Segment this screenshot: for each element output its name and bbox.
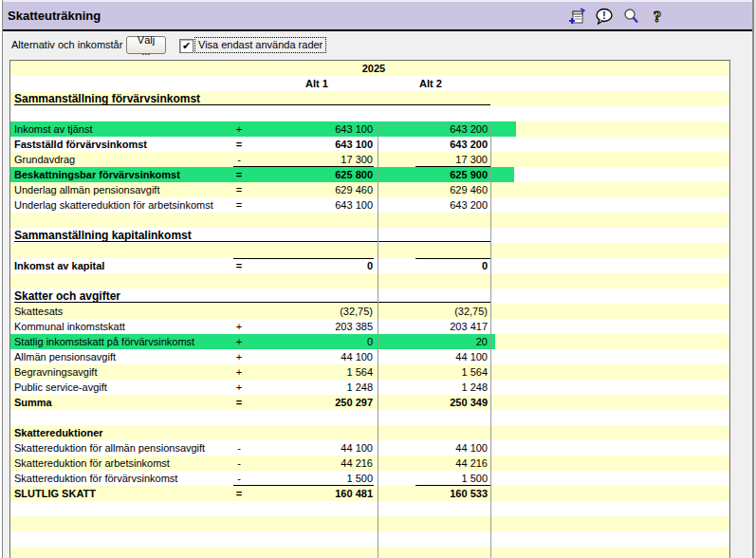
row-value-alt1: 643 100 xyxy=(257,137,373,152)
row-operator: = xyxy=(229,167,249,182)
row-value-alt2: 625 900 xyxy=(380,167,488,182)
row-label: Skattereduktion för förvärvsinkomst xyxy=(14,471,177,486)
subsection-heading-row: Skattereduktioner xyxy=(10,425,729,440)
table-row[interactable]: Public service-avgift + 1 248 1 248 xyxy=(10,380,729,395)
row-value-alt2: 643 200 xyxy=(380,137,488,152)
alt2-column-frame-top xyxy=(378,123,491,124)
row-value-alt2: 44 100 xyxy=(380,349,488,364)
row-value-alt2: 0 xyxy=(380,258,488,273)
row-label: Inkomst av kapital xyxy=(14,258,104,273)
row-operator: = xyxy=(229,486,249,501)
window-left-edge-line xyxy=(2,0,3,558)
row-label: Inkomst av tjänst xyxy=(14,121,93,137)
row-label: Underlag allmän pensionsavgift xyxy=(14,182,159,197)
row-value-alt1: 1 500 xyxy=(257,471,373,486)
row-operator: - xyxy=(229,456,249,471)
blank-row xyxy=(10,410,729,425)
row-value-alt2: 1 564 xyxy=(380,364,488,380)
row-operator: = xyxy=(229,395,249,410)
row-label: Skattereduktion för arbetsinkomst xyxy=(14,456,170,471)
subsection-heading: Skattereduktioner xyxy=(14,425,103,440)
row-operator: - xyxy=(229,152,249,167)
table-row[interactable]: Inkomst av tjänst + 643 100 643 200 xyxy=(10,121,729,137)
comment-icon[interactable]: ! xyxy=(596,8,613,25)
row-label: Begravningsavgift xyxy=(14,364,97,380)
row-value-alt2: 643 200 xyxy=(380,197,488,213)
row-operator: = xyxy=(229,182,249,197)
page-title: Skatteuträkning xyxy=(8,9,101,23)
table-row[interactable]: Skattesats (32,75) (32,75) xyxy=(10,304,729,319)
blank-row xyxy=(10,547,729,558)
row-value-alt1: 44 216 xyxy=(257,456,373,471)
table-row[interactable]: Inkomst av kapital = 0 0 xyxy=(10,258,729,273)
table-row[interactable]: Fastställd förvärvsinkomst = 643 100 643… xyxy=(10,137,729,152)
row-value-alt2: 17 300 xyxy=(380,152,488,167)
alternatives-label: Alternativ och inkomstår xyxy=(11,39,122,50)
row-label: Summa xyxy=(14,395,52,410)
row-label: Grundavdrag xyxy=(14,152,75,167)
row-label: Skattesats xyxy=(14,304,63,319)
new-calculation-icon[interactable] xyxy=(569,8,586,25)
row-value-alt2: 44 216 xyxy=(380,456,488,471)
year-header-row: 2025 xyxy=(10,61,729,76)
titlebar-toolbar: ! ? xyxy=(569,8,666,25)
table-row[interactable]: Begravningsavgift + 1 564 1 564 xyxy=(10,364,729,380)
help-icon[interactable]: ? xyxy=(649,8,666,25)
row-value-alt2: (32,75) xyxy=(380,304,488,319)
row-value-alt1: 203 385 xyxy=(257,319,373,334)
alt2-column-header: Alt 2 xyxy=(380,76,481,91)
row-value-alt1: 17 300 xyxy=(257,152,373,167)
blank-row xyxy=(10,106,729,121)
section-heading: Sammanställning kapitalinkomst xyxy=(14,228,192,243)
table-row[interactable]: Skattereduktion för förvärvsinkomst - 1 … xyxy=(10,471,729,486)
row-value-alt1: 629 460 xyxy=(257,182,373,197)
choose-button[interactable]: Välj ... xyxy=(126,36,166,54)
table-row[interactable]: Statlig inkomstskatt på förvärvsinkomst … xyxy=(10,334,729,349)
row-label: Kommunal inkomstskatt xyxy=(14,319,125,334)
table-row[interactable]: Allmän pensionsavgift + 44 100 44 100 xyxy=(10,349,729,364)
row-operator: = xyxy=(229,197,249,213)
blank-row xyxy=(10,213,729,228)
row-label: Fastställd förvärvsinkomst xyxy=(14,137,147,152)
table-row[interactable]: Summa = 250 297 250 349 xyxy=(10,395,729,410)
row-value-alt1: 44 100 xyxy=(257,440,373,456)
row-value-alt2: 629 460 xyxy=(380,182,488,197)
row-value-alt2: 203 417 xyxy=(380,319,488,334)
row-value-alt2: 160 533 xyxy=(380,486,488,501)
table-row[interactable]: Skattereduktion för allmän pensionsavgif… xyxy=(10,440,729,456)
row-operator: + xyxy=(229,349,249,364)
table-row[interactable]: Kommunal inkomstskatt + 203 385 203 417 xyxy=(10,319,729,334)
blank-row xyxy=(10,531,729,547)
table-row[interactable]: SLUTLIG SKATT = 160 481 160 533 xyxy=(10,486,729,501)
row-operator: + xyxy=(229,319,249,334)
table-row[interactable]: Beskattningsbar förvärvsinkomst = 625 80… xyxy=(10,167,729,182)
row-label: Statlig inkomstskatt på förvärvsinkomst xyxy=(14,334,194,349)
row-value-alt1: 1 564 xyxy=(257,364,373,380)
row-label: Underlag skattereduktion för arbetsinkom… xyxy=(14,197,213,213)
table-row[interactable]: Underlag allmän pensionsavgift = 629 460… xyxy=(10,182,729,197)
table-row[interactable]: Grundavdrag - 17 300 17 300 xyxy=(10,152,729,167)
show-used-rows-label[interactable]: Visa endast använda rader xyxy=(194,37,326,53)
row-value-alt2: 1 248 xyxy=(380,380,488,395)
row-operator: + xyxy=(229,364,249,380)
blank-row xyxy=(10,516,729,531)
show-used-rows-checkbox[interactable]: ✔ xyxy=(179,39,194,53)
row-operator: - xyxy=(229,471,249,486)
options-bar: Alternativ och inkomstår Välj ... ✔ Visa… xyxy=(0,31,756,60)
row-value-alt2: 250 349 xyxy=(380,395,488,410)
row-value-alt1: 250 297 xyxy=(257,395,373,410)
tax-calculation-sheet: 2025 Alt 1 Alt 2 Sammanställning förvärv… xyxy=(9,60,730,558)
section-heading: Skatter och avgifter xyxy=(14,288,120,304)
titlebar: Skatteuträkning ! xyxy=(0,0,756,31)
blank-row xyxy=(10,273,729,288)
table-row[interactable]: Skattereduktion för arbetsinkomst - 44 2… xyxy=(10,456,729,471)
table-row[interactable]: Underlag skattereduktion för arbetsinkom… xyxy=(10,197,729,213)
search-icon[interactable] xyxy=(622,8,639,25)
row-label: SLUTLIG SKATT xyxy=(14,486,96,501)
alt-header-row: Alt 1 Alt 2 xyxy=(10,76,729,91)
row-operator: + xyxy=(229,380,249,395)
row-operator: = xyxy=(229,258,249,273)
row-value-alt1: 160 481 xyxy=(257,486,373,501)
row-label: Skattereduktion för allmän pensionsavgif… xyxy=(14,440,205,456)
blank-row xyxy=(10,501,729,516)
